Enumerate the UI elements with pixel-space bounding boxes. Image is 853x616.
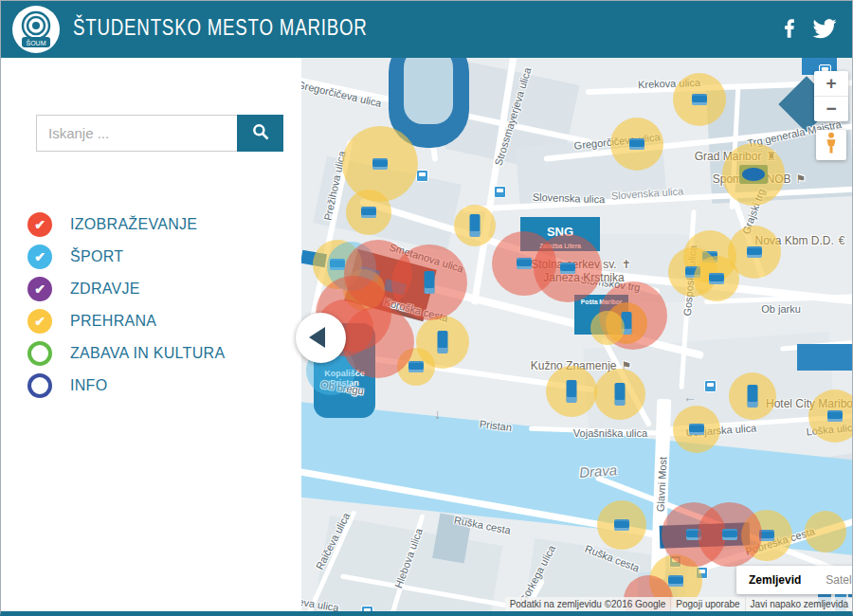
marker-logo-card — [709, 273, 724, 284]
street-label: Drava — [578, 462, 617, 480]
marker-logo-tall — [425, 271, 435, 294]
search-input[interactable] — [36, 115, 238, 152]
oneway-arrow-icon: ↓ — [434, 407, 441, 422]
building — [797, 344, 853, 371]
bus-stop-icon[interactable] — [416, 170, 428, 182]
map-marker-prehrana[interactable] — [610, 118, 663, 171]
marker-logo-tall — [470, 214, 481, 237]
map-marker-prehrana[interactable] — [346, 190, 391, 235]
category-checked-icon: ✔ — [27, 309, 52, 334]
marker-logo-card — [408, 361, 424, 372]
map-marker-izobrazevanje[interactable] — [391, 245, 467, 320]
category-label: ŠPORT — [70, 248, 123, 265]
map-marker-prehrana[interactable] — [342, 126, 418, 202]
map-marker-prehrana[interactable] — [546, 366, 597, 417]
category-unchecked-icon — [27, 373, 52, 398]
map-marker-izobrazevanje[interactable] — [534, 234, 602, 302]
map-marker-prehrana[interactable] — [673, 73, 726, 126]
bus-stop-icon[interactable] — [494, 186, 506, 198]
street-view-pegman[interactable] — [816, 130, 846, 160]
category-label: PREHRANA — [70, 313, 156, 330]
marker-logo-card — [517, 258, 532, 269]
category-checked-icon: ✔ — [27, 277, 52, 301]
marker-logo-card — [692, 94, 707, 105]
map-marker-prehrana[interactable] — [590, 311, 625, 345]
marker-logo-card — [668, 575, 683, 587]
category-filter-info[interactable]: INFO — [27, 372, 107, 399]
category-filter--port[interactable]: ✔ŠPORT — [27, 244, 123, 270]
category-label: INFO — [70, 377, 107, 394]
marker-logo-card — [747, 246, 762, 258]
page-title: ŠTUDENTSKO MESTO MARIBOR — [73, 14, 368, 41]
map-canvas[interactable]: + − Zemljevid Satelit Podatki na zemljev… — [301, 58, 853, 611]
map-attribution: Podatki na zemljevidu ©2016 Google Pogoj… — [505, 597, 853, 611]
marker-logo-tall — [748, 385, 758, 408]
map-marker-prehrana[interactable] — [673, 406, 720, 453]
map-zoom-control: + − — [814, 71, 848, 121]
map-type-satelit[interactable]: Satelit — [813, 566, 853, 594]
map-marker-prehrana[interactable] — [808, 390, 853, 443]
category-checked-icon: ✔ — [27, 245, 52, 269]
marker-logo-card — [629, 138, 644, 150]
pegman-icon — [823, 132, 840, 158]
marker-logo-folder — [739, 165, 768, 184]
category-filter-prehrana[interactable]: ✔PREHRANA — [27, 308, 156, 335]
category-label: ZABAVA IN KULTURA — [70, 345, 225, 362]
map-marker-prehrana[interactable] — [597, 500, 646, 550]
twitter-icon[interactable] — [810, 14, 839, 46]
marker-logo-tall — [567, 380, 577, 403]
marker-logo-card — [361, 207, 376, 218]
attribution-terms[interactable]: Pogoji uporabe — [670, 597, 744, 611]
app-window: ŠOUM ŠTUDENTSKO MESTO MARIBOR — [0, 0, 853, 616]
sidebar-collapse-button[interactable] — [296, 313, 346, 363]
header-bar: ŠOUM ŠTUDENTSKO MESTO MARIBOR — [1, 1, 852, 58]
chevron-left-icon — [309, 327, 325, 348]
zoom-out-button[interactable]: − — [814, 96, 848, 121]
map-marker-prehrana[interactable] — [594, 369, 645, 420]
category-label: IZOBRAŽEVANJE — [70, 216, 197, 233]
marker-logo-tall — [438, 331, 448, 353]
poi-icon: ⚑ — [795, 172, 806, 186]
map-marker-prehrana[interactable] — [694, 256, 739, 301]
poi-icon: ✝ — [622, 258, 631, 271]
oneway-arrow-icon: ← — [683, 390, 697, 405]
zoom-in-button[interactable]: + — [814, 71, 848, 96]
marker-logo-card — [372, 158, 388, 170]
soum-logo: ŠOUM — [12, 6, 60, 53]
bus-stop-icon[interactable] — [361, 606, 373, 611]
map-marker-izobrazevanje[interactable] — [698, 502, 762, 567]
marker-logo-tall — [615, 383, 626, 406]
bus-stop-icon[interactable] — [704, 380, 717, 392]
map-type-zemljevid[interactable]: Zemljevid — [736, 566, 813, 594]
category-label: ZDRAVJE — [70, 281, 140, 298]
search-icon — [251, 122, 270, 144]
map-marker-prehrana[interactable] — [454, 205, 496, 246]
sidebar: ✔IZOBRAŽEVANJE✔ŠPORT✔ZDRAVJE✔PREHRANAZAB… — [1, 58, 301, 611]
marker-logo-card — [614, 519, 629, 531]
marker-logo-card — [689, 424, 704, 435]
category-filter-zdravje[interactable]: ✔ZDRAVJE — [27, 276, 140, 302]
svg-text:ŠOUM: ŠOUM — [27, 39, 46, 46]
marker-logo-card — [827, 410, 843, 422]
search-button[interactable] — [237, 115, 283, 152]
category-filter-izobra-evanje[interactable]: ✔IZOBRAŽEVANJE — [27, 211, 197, 238]
map-marker-prehrana[interactable] — [805, 511, 846, 553]
attribution-report-error[interactable]: Javi napako zemljevida — [745, 597, 853, 611]
attribution-copyright: Podatki na zemljevidu ©2016 Google — [505, 597, 671, 611]
facebook-icon[interactable] — [778, 14, 803, 46]
marker-logo-card — [560, 263, 575, 274]
poi-icon: € — [839, 234, 845, 247]
map-marker-prehrana[interactable] — [722, 143, 785, 206]
building — [404, 58, 453, 124]
marker-logo-card — [722, 529, 737, 540]
street-label: Vojašniška ulica — [573, 427, 647, 439]
category-filter-zabava-in-kultura[interactable]: ZABAVA IN KULTURA — [27, 340, 225, 367]
street-label: Ob jarku — [761, 303, 801, 315]
category-checked-icon: ✔ — [27, 212, 52, 237]
category-unchecked-icon — [27, 341, 52, 366]
map-type-control: Zemljevid Satelit — [736, 566, 853, 594]
map-marker-prehrana[interactable] — [729, 372, 776, 420]
